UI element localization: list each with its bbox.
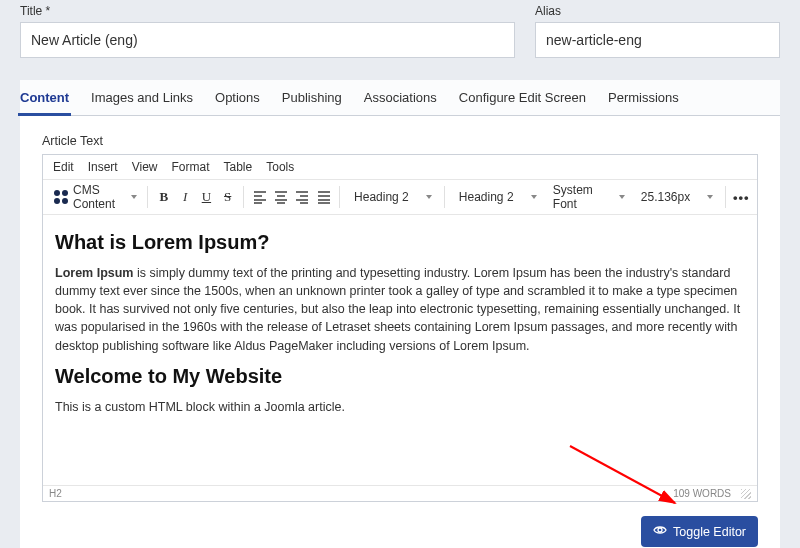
underline-button[interactable]: U <box>197 185 216 209</box>
cms-content-button[interactable]: CMS Content <box>49 183 141 211</box>
tab-configure-edit[interactable]: Configure Edit Screen <box>459 80 586 115</box>
menu-edit[interactable]: Edit <box>53 160 74 174</box>
font-size-select[interactable]: 25.136px <box>633 185 719 209</box>
menu-view[interactable]: View <box>132 160 158 174</box>
toggle-editor-button[interactable]: Toggle Editor <box>641 516 758 547</box>
align-right-button[interactable] <box>293 185 312 209</box>
content-paragraph-1: Lorem Ipsum is simply dummy text of the … <box>55 264 745 355</box>
tab-associations[interactable]: Associations <box>364 80 437 115</box>
editor-box: Edit Insert View Format Table Tools CMS … <box>42 154 758 502</box>
block-format-select-1[interactable]: Heading 2 <box>346 185 438 209</box>
svg-point-3 <box>62 198 68 204</box>
font-family-select[interactable]: System Font <box>545 185 631 209</box>
align-center-button[interactable] <box>271 185 290 209</box>
tab-publishing[interactable]: Publishing <box>282 80 342 115</box>
content-heading-1: What is Lorem Ipsum? <box>55 231 745 254</box>
editor-statusbar: H2 109 WORDS <box>43 485 757 501</box>
more-button[interactable]: ••• <box>732 185 751 209</box>
block-format-select-2[interactable]: Heading 2 <box>451 185 543 209</box>
align-left-button[interactable] <box>250 185 269 209</box>
chevron-down-icon <box>531 195 537 199</box>
editor-content[interactable]: What is Lorem Ipsum? Lorem Ipsum is simp… <box>43 215 757 485</box>
editor-toolbar: CMS Content B I U S <box>43 180 757 215</box>
tab-options[interactable]: Options <box>215 80 260 115</box>
chevron-down-icon <box>707 195 713 199</box>
eye-icon <box>653 524 667 539</box>
menu-tools[interactable]: Tools <box>266 160 294 174</box>
menu-insert[interactable]: Insert <box>88 160 118 174</box>
alias-input[interactable] <box>535 22 780 58</box>
tab-images-links[interactable]: Images and Links <box>91 80 193 115</box>
tab-permissions[interactable]: Permissions <box>608 80 679 115</box>
toggle-editor-label: Toggle Editor <box>673 525 746 539</box>
italic-button[interactable]: I <box>175 185 194 209</box>
title-input[interactable] <box>20 22 515 58</box>
editor-menubar: Edit Insert View Format Table Tools <box>43 155 757 180</box>
tab-content[interactable]: Content <box>20 80 69 115</box>
menu-format[interactable]: Format <box>172 160 210 174</box>
tabs-bar: Content Images and Links Options Publish… <box>20 80 780 116</box>
article-text-label: Article Text <box>42 134 758 148</box>
status-path[interactable]: H2 <box>49 488 62 499</box>
menu-table[interactable]: Table <box>224 160 253 174</box>
content-paragraph-2: This is a custom HTML block within a Joo… <box>55 398 745 416</box>
resize-handle[interactable] <box>741 489 751 499</box>
svg-point-0 <box>54 190 60 196</box>
content-heading-2: Welcome to My Website <box>55 365 745 388</box>
svg-point-20 <box>658 528 662 532</box>
word-count: 109 WORDS <box>673 488 731 499</box>
chevron-down-icon <box>131 195 137 199</box>
svg-point-2 <box>54 198 60 204</box>
strikethrough-button[interactable]: S <box>218 185 237 209</box>
cms-content-label: CMS Content <box>73 183 124 211</box>
bold-button[interactable]: B <box>154 185 173 209</box>
title-label: Title * <box>20 4 515 18</box>
joomla-icon <box>53 189 69 205</box>
svg-point-1 <box>62 190 68 196</box>
align-justify-button[interactable] <box>314 185 333 209</box>
alias-label: Alias <box>535 4 780 18</box>
chevron-down-icon <box>426 195 432 199</box>
chevron-down-icon <box>619 195 625 199</box>
